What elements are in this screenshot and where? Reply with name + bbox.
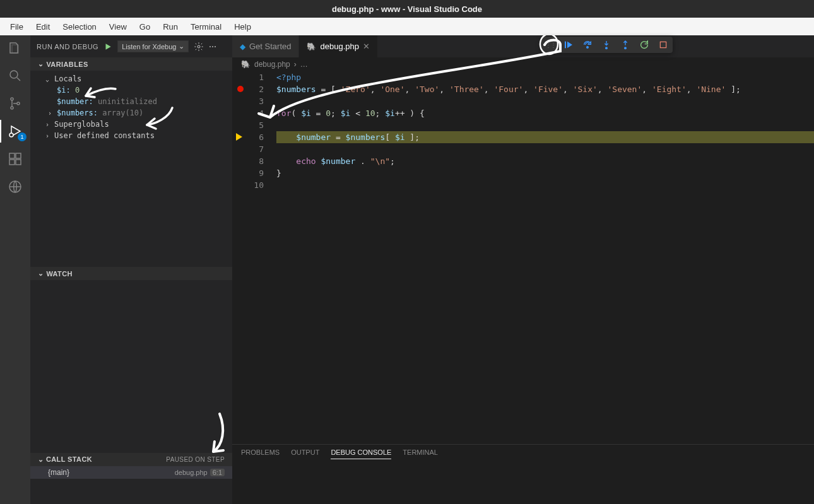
- svg-rect-5: [9, 153, 15, 158]
- superglobals-group[interactable]: › Superglobals: [30, 119, 232, 130]
- close-icon[interactable]: ✕: [363, 42, 370, 51]
- panel-tab-terminal[interactable]: TERMINAL: [403, 448, 438, 459]
- svg-point-14: [625, 47, 627, 49]
- locals-group[interactable]: ⌄ Locals: [30, 73, 232, 85]
- chevron-down-icon: ⌄: [179, 42, 184, 50]
- chevron-right-icon: ›: [45, 132, 54, 139]
- run-debug-icon[interactable]: 1: [8, 124, 23, 139]
- svg-rect-11: [565, 42, 566, 49]
- menu-bar: File Edit Selection View Go Run Terminal…: [0, 18, 814, 35]
- menu-help[interactable]: Help: [229, 20, 256, 34]
- code-content[interactable]: <?php $numbers = [ 'Zero', 'One', 'Two',…: [276, 71, 814, 444]
- panel-tab-problems[interactable]: PROBLEMS: [241, 448, 280, 459]
- tab-get-started[interactable]: ◆ Get Started: [232, 35, 299, 57]
- debug-toolbar[interactable]: ⋮⋮: [541, 37, 673, 53]
- step-into-button[interactable]: [601, 39, 612, 50]
- svg-point-10: [198, 45, 200, 48]
- editor-tabs: ◆ Get Started 🐘 debug.php ✕: [232, 35, 814, 57]
- debug-badge: 1: [18, 132, 27, 141]
- restart-button[interactable]: [639, 39, 650, 50]
- window-title: debug.php - www - Visual Studio Code: [332, 4, 482, 14]
- panel-tab-output[interactable]: OUTPUT: [291, 448, 319, 459]
- extensions-icon[interactable]: [8, 151, 23, 167]
- menu-selection[interactable]: Selection: [57, 20, 101, 34]
- svg-point-12: [587, 47, 589, 49]
- panel-tab-debug-console[interactable]: DEBUG CONSOLE: [331, 448, 391, 459]
- vscode-icon: ◆: [240, 42, 245, 51]
- variable-numbers[interactable]: › $numbers: array(10): [30, 107, 232, 119]
- svg-rect-15: [660, 42, 666, 47]
- continue-button[interactable]: [563, 39, 574, 50]
- title-bar: debug.php - www - Visual Studio Code: [0, 0, 814, 18]
- more-icon[interactable]: ⋯: [209, 42, 216, 51]
- chevron-down-icon: ⌄: [38, 269, 44, 278]
- svg-point-0: [10, 71, 18, 78]
- step-out-button[interactable]: [620, 39, 631, 50]
- editor-area: ⋮⋮ ◆ Get Started: [232, 35, 814, 504]
- menu-view[interactable]: View: [104, 20, 132, 34]
- php-icon: 🐘: [241, 60, 251, 69]
- chevron-down-icon: ⌄: [45, 76, 54, 83]
- drag-grip-icon[interactable]: ⋮⋮: [545, 42, 555, 49]
- menu-run[interactable]: Run: [158, 20, 183, 34]
- menu-file[interactable]: File: [5, 20, 28, 34]
- user-constants-group[interactable]: › User defined constants: [30, 130, 232, 141]
- svg-point-2: [11, 107, 13, 109]
- variable-i[interactable]: $i: 0: [30, 85, 232, 96]
- tab-debug-php[interactable]: 🐘 debug.php ✕: [299, 35, 377, 57]
- menu-go[interactable]: Go: [134, 20, 155, 34]
- menu-edit[interactable]: Edit: [31, 20, 55, 34]
- svg-rect-7: [16, 160, 21, 165]
- chevron-down-icon: ⌄: [38, 455, 44, 463]
- breakpoint-icon[interactable]: [237, 86, 244, 92]
- source-control-icon[interactable]: [8, 96, 23, 111]
- start-debug-icon[interactable]: [103, 42, 112, 51]
- svg-point-1: [11, 98, 13, 100]
- debug-config-dropdown[interactable]: Listen for Xdebug ⌄: [117, 40, 189, 52]
- php-icon: 🐘: [307, 42, 316, 51]
- menu-terminal[interactable]: Terminal: [186, 20, 227, 34]
- debug-sidebar: RUN AND DEBUG Listen for Xdebug ⌄ ⋯ ⌄ VA…: [30, 35, 232, 504]
- svg-point-3: [17, 102, 20, 105]
- chevron-down-icon: ⌄: [38, 60, 44, 68]
- chevron-right-icon: ›: [45, 121, 54, 128]
- svg-point-4: [9, 133, 13, 137]
- callstack-frame[interactable]: {main} debug.php 6:1: [30, 466, 232, 479]
- search-icon[interactable]: [8, 68, 23, 83]
- chevron-right-icon: ›: [48, 110, 57, 117]
- sidebar-title: RUN AND DEBUG: [37, 43, 98, 50]
- step-over-button[interactable]: [582, 39, 593, 50]
- bottom-panel: PROBLEMS OUTPUT DEBUG CONSOLE TERMINAL: [232, 444, 814, 504]
- svg-rect-8: [16, 153, 21, 158]
- explorer-icon[interactable]: [8, 40, 23, 56]
- activity-bar: 1: [0, 35, 30, 504]
- variables-section-header[interactable]: ⌄ VARIABLES: [30, 57, 232, 71]
- gear-icon[interactable]: [194, 42, 204, 52]
- stop-button[interactable]: [658, 39, 669, 50]
- chevron-right-icon: ›: [294, 60, 297, 69]
- variable-number[interactable]: $number: uninitialized: [30, 96, 232, 107]
- code-editor[interactable]: 1 2 3 4 5 6 7 8 9 10 <?php $numbers = [ …: [232, 71, 814, 444]
- callstack-section-header[interactable]: ⌄ CALL STACK PAUSED ON STEP: [30, 453, 232, 466]
- svg-rect-6: [9, 160, 15, 165]
- gutter[interactable]: 1 2 3 4 5 6 7 8 9 10: [232, 71, 276, 444]
- svg-point-13: [606, 47, 608, 49]
- current-line-marker: [236, 133, 242, 141]
- watch-section-header[interactable]: ⌄ WATCH: [30, 267, 232, 280]
- pause-reason: PAUSED ON STEP: [166, 456, 225, 463]
- remote-icon[interactable]: [8, 179, 23, 194]
- breadcrumb[interactable]: 🐘 debug.php › …: [232, 57, 814, 71]
